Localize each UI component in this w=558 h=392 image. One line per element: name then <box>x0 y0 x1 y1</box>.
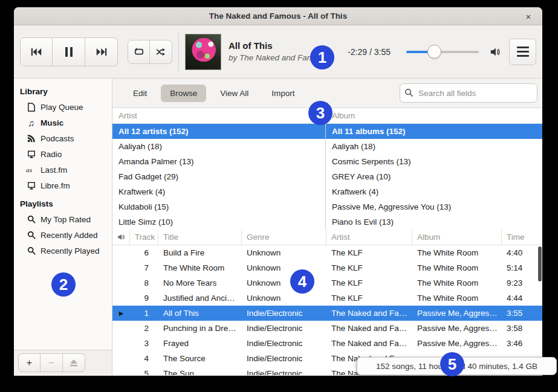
radio-icon <box>26 150 36 159</box>
album-row[interactable]: All 11 albums (152) <box>326 124 542 139</box>
album-row[interactable]: Piano Is Evil (13) <box>326 214 542 230</box>
main-area: Library Play Queue ♫ Music Podcasts <box>14 79 542 375</box>
sidebar-item-recently-added[interactable]: Recently Added <box>14 227 112 243</box>
titlebar[interactable]: The Naked and Famous - All of This × <box>14 7 542 25</box>
artist-column-header[interactable]: Artist <box>112 108 325 124</box>
browse-button[interactable]: Browse <box>161 85 206 102</box>
tracklist-scrollbar[interactable] <box>538 246 542 281</box>
next-icon <box>96 47 107 57</box>
shuffle-icon <box>155 47 166 57</box>
pause-icon <box>65 47 73 57</box>
next-button[interactable] <box>85 37 118 66</box>
svg-text:as: as <box>26 166 33 173</box>
previous-icon <box>31 47 42 57</box>
title-column-header[interactable]: Title <box>158 230 242 245</box>
repeat-shuffle-group <box>128 40 172 64</box>
time-column-header[interactable]: Time <box>502 230 542 245</box>
radio-icon <box>26 181 36 190</box>
album-row[interactable]: Cosmic Serpents (13) <box>326 154 542 169</box>
volume-track[interactable] <box>406 51 479 53</box>
library-header: Library <box>14 83 112 99</box>
sidebar-item-my-top-rated[interactable]: My Top Rated <box>14 211 112 227</box>
import-button[interactable]: Import <box>262 85 303 102</box>
player-toolbar: All of This by The Naked and Famous -2:2… <box>14 25 542 79</box>
artist-album-browser: Artist All 12 artists (152) Aaliyah (18)… <box>112 108 542 230</box>
magnifier-icon <box>26 231 36 239</box>
album-pane: Album All 11 albums (152) Aaliyah (18) C… <box>326 108 542 230</box>
add-playlist-button[interactable]: + <box>18 353 41 372</box>
repeat-icon <box>134 47 144 57</box>
screenshot-canvas: The Naked and Famous - All of This × <box>0 0 558 392</box>
track-row-selected[interactable]: ▶ 1 All of This Indie/Electronic The Nak… <box>112 306 542 321</box>
pause-button[interactable] <box>53 37 85 66</box>
close-button[interactable]: × <box>521 7 536 25</box>
artist-row[interactable]: All 12 artists (152) <box>112 124 325 139</box>
album-row[interactable]: Kraftwerk (4) <box>326 184 542 199</box>
track-row[interactable]: 8 No More Tears Unknown The KLF The Whit… <box>112 275 542 291</box>
app-menu-button[interactable] <box>509 39 536 65</box>
sidebar-item-lastfm[interactable]: as Last.fm <box>14 162 112 178</box>
sidebar-item-librefm[interactable]: Libre.fm <box>14 178 112 193</box>
playing-column-header[interactable] <box>112 230 130 245</box>
search-icon <box>404 88 414 97</box>
album-row[interactable]: GREY Area (10) <box>326 169 542 184</box>
artist-row[interactable]: Amanda Palmer (13) <box>112 154 325 169</box>
search-input[interactable] <box>400 83 537 103</box>
magnifier-icon <box>26 215 36 223</box>
now-playing-icon: ▶ <box>119 306 124 321</box>
artist-row[interactable]: Kraftwerk (4) <box>112 184 325 199</box>
artist-column-header[interactable]: Artist <box>326 230 412 245</box>
rss-icon <box>26 134 36 143</box>
lastfm-icon: as <box>26 166 36 173</box>
sidebar-item-radio[interactable]: Radio <box>14 146 112 162</box>
sidebar-item-recently-played[interactable]: Recently Played <box>14 243 112 259</box>
artist-row[interactable]: Fad Gadget (29) <box>112 169 325 184</box>
artist-row[interactable]: Kuldaboli (15) <box>112 199 325 214</box>
track-row[interactable]: 2 Punching in a Dre… Indie/Electronic Th… <box>112 321 542 336</box>
track-column-header[interactable]: Track <box>130 230 158 245</box>
album-row[interactable]: Aaliyah (18) <box>326 139 542 154</box>
album-column-header[interactable]: Album <box>326 108 542 124</box>
eject-icon <box>70 359 78 367</box>
volume-knob[interactable] <box>427 45 441 59</box>
album-row[interactable]: Passive Me, Aggressive You (13) <box>326 199 542 214</box>
annotation-badge-3: 3 <box>308 101 333 125</box>
sidebar-item-podcasts[interactable]: Podcasts <box>14 130 112 146</box>
toolbar-separator <box>178 33 179 71</box>
playlists-header: Playlists <box>14 196 112 211</box>
annotation-badge-4: 4 <box>290 269 314 294</box>
music-note-icon: ♫ <box>26 118 36 127</box>
genre-column-header[interactable]: Genre <box>242 230 326 245</box>
track-row[interactable]: 6 Build a Fire Unknown The KLF The White… <box>112 245 542 260</box>
volume-slider[interactable] <box>406 51 479 53</box>
sidebar-item-music[interactable]: ♫ Music <box>14 115 112 130</box>
track-row[interactable]: 3 Frayed Indie/Electronic The Naked and … <box>112 336 542 351</box>
playback-time[interactable]: -2:29 / 3:55 <box>348 47 391 57</box>
annotation-badge-2: 2 <box>51 272 76 297</box>
speaker-icon <box>117 233 125 241</box>
speaker-icon[interactable] <box>490 47 501 57</box>
remove-playlist-button[interactable]: − <box>41 353 63 372</box>
playback-button-group <box>20 37 118 66</box>
annotation-badge-1: 1 <box>310 45 334 69</box>
view-all-button[interactable]: View All <box>211 85 258 102</box>
artist-row[interactable]: Little Simz (10) <box>112 214 325 230</box>
rhythmbox-window: The Naked and Famous - All of This × <box>14 7 542 376</box>
album-art <box>185 34 221 70</box>
sidebar: Library Play Queue ♫ Music Podcasts <box>14 79 112 375</box>
sidebar-item-play-queue[interactable]: Play Queue <box>14 99 112 115</box>
track-list: Track Title Genre Artist Album Time 6 Bu… <box>112 230 542 375</box>
repeat-button[interactable] <box>128 40 150 64</box>
track-list-header: Track Title Genre Artist Album Time <box>112 230 542 245</box>
eject-button[interactable] <box>63 353 85 372</box>
previous-button[interactable] <box>20 37 53 66</box>
artist-row[interactable]: Aaliyah (18) <box>112 139 325 154</box>
track-row[interactable]: 9 Justified and Anci… Unknown The KLF Th… <box>112 291 542 306</box>
shuffle-button[interactable] <box>150 40 172 64</box>
annotation-badge-5: 5 <box>440 352 464 376</box>
window-title: The Naked and Famous - All of This <box>209 11 347 21</box>
album-column-header[interactable]: Album <box>412 230 502 245</box>
edit-button[interactable]: Edit <box>124 85 156 102</box>
track-row[interactable]: 7 The White Room Unknown The KLF The Whi… <box>112 260 542 275</box>
sidebar-action-bar: + − <box>14 350 112 375</box>
